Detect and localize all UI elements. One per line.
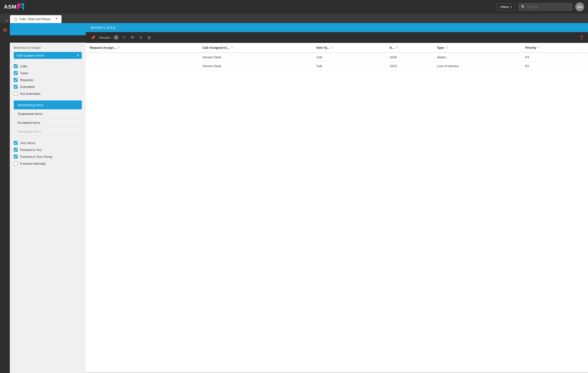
checkbox-submitted-label: Submitted <box>20 85 35 89</box>
app-logo[interactable]: ASM <box>4 3 24 10</box>
col-priority: Priority ▽ <box>521 43 588 53</box>
cell-type: Loss of Service <box>433 62 521 71</box>
checkbox-calls-label: Calls <box>20 64 27 68</box>
filter-item-type-icon[interactable]: ▽ <box>331 46 333 49</box>
search-box: 🔍 <box>518 3 572 11</box>
sidebar-narrow: 💼 <box>0 23 10 373</box>
checkbox-tasks[interactable]: Tasks <box>14 70 82 76</box>
table-row[interactable]: Service Desk Call 1018 Select... P4 <box>86 53 588 62</box>
logo-icon <box>17 3 24 10</box>
offline-label: Offline <box>500 5 509 9</box>
offline-button[interactable]: Offline ▾ <box>496 3 515 11</box>
nav-section: Outstanding Items Suspended Items Escala… <box>14 100 82 136</box>
left-panel-header <box>10 23 86 35</box>
chevron-down-icon: ▾ <box>511 6 512 8</box>
tab-pin-icon: 📍 <box>55 18 58 21</box>
avatar[interactable]: AA <box>575 2 584 11</box>
cell-call-assigned: Service Desk <box>199 62 313 71</box>
cell-call-assigned: Service Desk <box>199 53 313 62</box>
bottom-bar <box>86 372 588 373</box>
analyst-input-wrap: ASM System Admin ✕ <box>14 52 82 59</box>
pin-button[interactable]: 📌 <box>90 34 97 41</box>
checkbox-submitted-input[interactable] <box>14 85 18 89</box>
cell-request-assign <box>86 53 199 62</box>
col-request-assign-label: Request Assign... <box>90 46 116 50</box>
eye-button[interactable]: 👁 <box>130 34 135 41</box>
checkbox-your-items[interactable]: Your Items <box>14 139 82 146</box>
tab-label: Calls, Tasks and Reque... <box>19 17 53 21</box>
checkbox-forward-to-group-label: Forward to Your Group <box>20 155 52 159</box>
checkbox-group: Calls Tasks Requests Submitted Not Submi… <box>14 63 82 97</box>
col-item-no-label: It... <box>390 46 394 50</box>
checkbox-forward-to-group[interactable]: Forward to Your Group <box>14 153 82 160</box>
grid-button[interactable]: ⊞ <box>147 34 152 41</box>
tab-bar: » 📋 Calls, Tasks and Reque... 📍 <box>0 14 588 23</box>
refresh-button[interactable]: ↻ <box>138 34 144 41</box>
checkbox-forward-internally-input[interactable] <box>14 162 18 165</box>
filter-request-assign-icon[interactable]: ▽ <box>118 46 120 49</box>
checkbox-calls-input[interactable] <box>14 64 18 68</box>
checkbox-not-submitted[interactable]: Not Submitted <box>14 90 82 97</box>
table-header-row: Request Assign... ▽ Call Assigned G... ▽ <box>86 43 588 53</box>
search-input[interactable] <box>527 5 570 9</box>
checkbox-forward-to-you-label: Forward to You <box>20 148 41 152</box>
main-layout: 💼 Workload for Analyst ASM System Admin … <box>0 23 588 373</box>
cell-type: Select... <box>433 53 521 62</box>
search-icon: 🔍 <box>521 5 525 9</box>
filter-priority-icon[interactable]: ▽ <box>538 46 540 49</box>
col-item-no: It... ▽ <box>386 43 433 53</box>
cell-item-no: 1018 <box>386 53 433 62</box>
col-item-type-label: Item Ty... <box>316 46 330 50</box>
checkbox-forward-to-you[interactable]: Forward to You <box>14 146 82 153</box>
checkbox-your-items-input[interactable] <box>14 141 18 145</box>
checkbox-forward-internally[interactable]: Forward Internally <box>14 160 82 167</box>
filter-type-icon[interactable]: ▽ <box>446 46 448 49</box>
help-button[interactable]: ❓ <box>579 35 584 40</box>
cell-item-type: Call <box>312 53 386 62</box>
logo-text: ASM <box>4 4 17 10</box>
cell-item-no: 1023 <box>386 62 433 71</box>
checkbox-requests-label: Requests <box>20 78 34 82</box>
nav-escalated-items[interactable]: Escalated Items <box>14 118 82 127</box>
col-call-assigned: Call Assigned G... ▽ <box>199 43 313 53</box>
top-nav: ASM Offline ▾ 🔍 AA <box>0 0 588 14</box>
checkbox-requests-input[interactable] <box>14 78 18 82</box>
data-table: Request Assign... ▽ Call Assigned G... ▽ <box>86 43 588 372</box>
nav-suspended-items[interactable]: Suspended Items <box>14 109 82 118</box>
workload-table: Request Assign... ▽ Call Assigned G... ▽ <box>86 43 588 71</box>
checkbox-not-submitted-label: Not Submitted <box>20 92 40 96</box>
analyst-name: ASM System Admin <box>16 54 75 57</box>
col-type: Type ▽ <box>433 43 521 53</box>
col-type-label: Type <box>437 46 444 50</box>
nav-delegated-items: Delegated Items <box>14 127 82 136</box>
expand-button[interactable]: » <box>4 19 10 23</box>
filter-item-no-icon[interactable]: ▽ <box>396 46 398 49</box>
col-item-type: Item Ty... ▽ <box>312 43 386 53</box>
nav-outstanding-items[interactable]: Outstanding Items <box>14 100 82 109</box>
checkbox-calls[interactable]: Calls <box>14 63 82 70</box>
workload-label: Workload for Analyst <box>14 46 82 50</box>
checkbox-forward-internally-label: Forward Internally <box>20 162 46 165</box>
checkbox-requests[interactable]: Requests <box>14 76 82 83</box>
col-request-assign: Request Assign... ▽ <box>86 43 199 53</box>
filter-call-assigned-icon[interactable]: ▽ <box>231 46 233 49</box>
briefcase-icon[interactable]: 💼 <box>0 25 9 34</box>
left-panel: Workload for Analyst ASM System Admin ✕ … <box>10 23 86 373</box>
checkbox-forward-to-you-input[interactable] <box>14 148 18 152</box>
analyst-close-button[interactable]: ✕ <box>76 53 79 57</box>
workload-title: WORKLOAD <box>86 23 588 32</box>
results-label: Results - <box>99 36 112 39</box>
left-panel-content: Workload for Analyst ASM System Admin ✕ … <box>10 43 86 373</box>
forward-section: Your Items Forward to You Forward to You… <box>14 139 82 167</box>
checkbox-tasks-input[interactable] <box>14 71 18 75</box>
col-priority-label: Priority <box>525 46 536 50</box>
checkbox-forward-to-group-input[interactable] <box>14 155 18 159</box>
checkbox-not-submitted-input[interactable] <box>14 92 18 96</box>
tab-calls-tasks[interactable]: 📋 Calls, Tasks and Reque... 📍 <box>10 15 61 23</box>
filter-button[interactable]: ▽ <box>122 34 127 41</box>
table-row[interactable]: Service Desk Call 1023 Loss of Service P… <box>86 62 588 71</box>
checkbox-submitted[interactable]: Submitted <box>14 83 82 90</box>
cell-priority: P4 <box>521 53 588 62</box>
cell-item-type: Call <box>312 62 386 71</box>
results-badge: Results - 2 <box>99 35 119 40</box>
